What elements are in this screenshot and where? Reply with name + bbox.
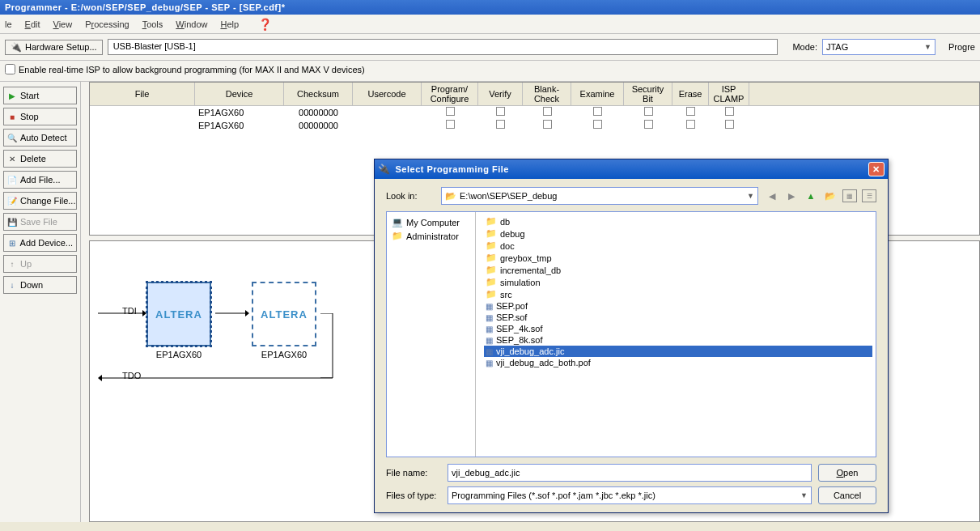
file-item[interactable]: 📁db [484,215,872,227]
checkbox[interactable] [543,120,552,129]
menu-window[interactable]: Window [176,19,207,29]
checkbox[interactable] [496,107,505,116]
col-header[interactable]: ISP CLAMP [709,83,749,105]
file-item[interactable]: ▦vji_debug_adc_both.pof [484,357,872,368]
checkbox[interactable] [725,120,734,129]
menu-edit[interactable]: Edit [25,19,40,29]
col-header[interactable]: Security Bit [624,83,672,105]
table-row[interactable]: EP1AGX6000000000 [90,119,979,132]
place-label: Administrator [406,232,459,241]
lookin-row: Look in: 📂 E:\won\SEP\SEP_debug ▼ ◀ ▶ ▲ … [386,187,876,205]
back-icon[interactable]: ◀ [765,189,779,203]
checkbox[interactable] [686,107,695,116]
file-item[interactable]: ▦vji_debug_adc.jic [484,346,872,357]
mode-select[interactable]: JTAG ▼ [822,39,935,55]
filetype-value: Programming Files (*.sof *.pof *.jam *.j… [452,491,655,500]
side-btn-stop[interactable]: ■Stop [3,108,77,125]
folder-icon: 📁 [486,265,497,275]
chip-2[interactable]: ALTERA EP1AGX60 [252,282,316,346]
cell-checksum: 00000000 [284,120,353,131]
detail-view-icon[interactable]: ☰ [862,189,876,202]
altera-logo: ALTERA [261,308,308,321]
list-view-icon[interactable]: ▦ [842,189,857,202]
side-btn-add-device-[interactable]: ⊞Add Device... [3,234,77,252]
cancel-button[interactable]: Cancel [818,486,876,504]
hardware-setup-label: Hardware Setup... [25,42,97,52]
open-button[interactable]: Open [818,464,876,482]
filename-input[interactable] [448,464,812,482]
checkbox[interactable] [446,107,455,116]
forward-icon[interactable]: ▶ [784,189,799,203]
cell-usercode [353,107,422,118]
checkbox[interactable] [593,120,602,129]
checkbox[interactable] [644,107,653,116]
checkbox[interactable] [446,120,455,129]
col-header[interactable]: Usercode [353,83,422,105]
col-header[interactable]: Verify [478,83,523,105]
file-item[interactable]: ▦SEP.pof [484,300,872,312]
side-btn-down[interactable]: ↓Down [3,276,77,294]
hardware-setup-button[interactable]: 🔌 Hardware Setup... [5,40,103,55]
menu-help[interactable]: Help [220,19,239,29]
side-btn-change-file-[interactable]: 📝Change File... [3,192,77,210]
file-item[interactable]: ▦SEP_4k.sof [484,323,872,334]
hardware-toolbar: 🔌 Hardware Setup... USB-Blaster [USB-1] … [0,34,980,61]
side-btn-up[interactable]: ↑Up [3,255,77,273]
col-header[interactable]: Device [195,83,284,105]
col-header[interactable]: Checksum [284,83,353,105]
file-item[interactable]: 📁src [484,288,872,300]
filetype-select[interactable]: Programming Files (*.sof *.pof *.jam *.j… [448,486,812,504]
checkbox[interactable] [725,107,734,116]
col-header[interactable]: File [90,83,195,105]
tdo-label: TDO [122,371,141,380]
table-row[interactable]: EP1AGX6000000000 [90,106,979,119]
btn-icon: 💾 [7,218,17,227]
col-header[interactable]: Examine [571,83,624,105]
file-name: db [500,217,510,227]
select-file-dialog: 🔌 Select Programming File ✕ Look in: 📂 E… [374,159,889,513]
file-name: SEP_8k.sof [496,335,542,345]
file-item[interactable]: ▦SEP.sof [484,312,872,323]
place-item[interactable]: 📁Administrator [390,229,472,243]
side-btn-add-file-[interactable]: 📄Add File... [3,171,77,189]
side-btn-auto-detect[interactable]: 🔍Auto Detect [3,129,77,147]
col-header[interactable]: Erase [672,83,709,105]
file-icon: ▦ [486,302,493,311]
file-icon: ▦ [486,359,493,367]
checkbox[interactable] [644,120,653,129]
cell-check [422,120,478,131]
dialog-close-button[interactable]: ✕ [868,162,885,176]
checkbox[interactable] [593,107,602,116]
file-item[interactable]: 📁incremental_db [484,264,872,276]
chip-1[interactable]: ALTERA EP1AGX60 [146,282,211,346]
up-icon[interactable]: ▲ [804,189,818,203]
side-btn-delete[interactable]: ✕Delete [3,150,77,168]
place-item[interactable]: 💻My Computer [390,215,472,229]
realtime-isp-checkbox[interactable] [5,64,15,74]
checkbox[interactable] [543,107,552,116]
chip-link-arrow [215,308,249,318]
file-item[interactable]: 📁simulation [484,276,872,288]
col-header[interactable]: Program/ Configure [422,83,478,105]
side-btn-start[interactable]: ▶Start [3,87,77,104]
lookin-select[interactable]: 📂 E:\won\SEP\SEP_debug ▼ [441,187,758,205]
menu-processing[interactable]: Processing [85,19,129,29]
file-item[interactable]: ▦SEP_8k.sof [484,334,872,346]
checkbox[interactable] [496,120,505,129]
nav-icons: ◀ ▶ ▲ 📂 ▦ ☰ [765,189,876,203]
menu-view[interactable]: View [53,19,73,29]
col-header[interactable]: Blank- Check [523,83,571,105]
file-item[interactable]: 📁doc [484,240,872,252]
side-btn-save-file[interactable]: 💾Save File [3,213,77,231]
cell-check [523,120,571,131]
chip-2-name: EP1AGX60 [261,350,307,359]
cell-device: EP1AGX60 [195,120,284,131]
checkbox[interactable] [686,120,695,129]
file-item[interactable]: 📁debug [484,227,872,240]
cell-check [709,120,749,131]
menu-file[interactable]: le [5,19,12,29]
new-folder-icon[interactable]: 📂 [823,189,838,203]
file-item[interactable]: 📁greybox_tmp [484,252,872,264]
menu-tools[interactable]: Tools [142,19,163,29]
help-icon[interactable]: ❓ [258,18,272,31]
